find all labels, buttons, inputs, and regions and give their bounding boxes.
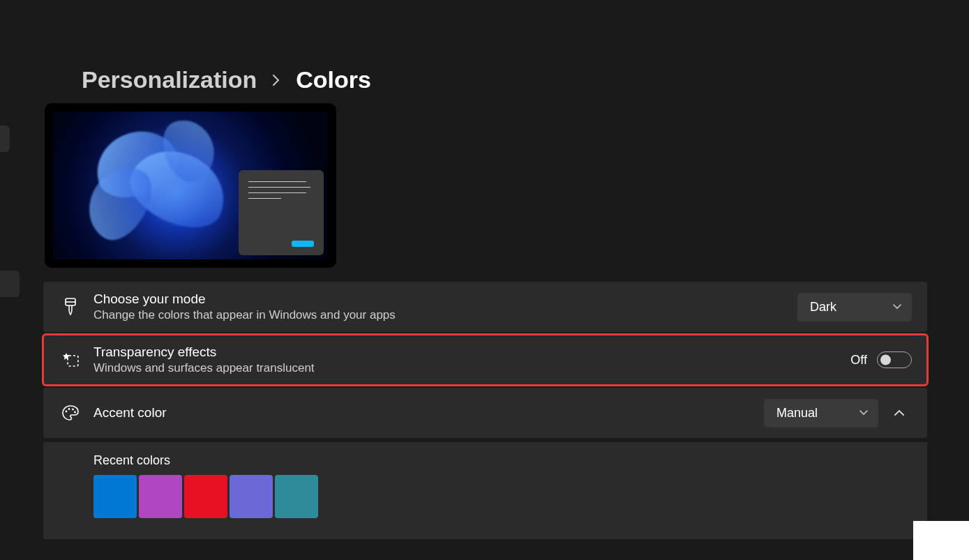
breadcrumb: Personalization Colors: [82, 66, 927, 93]
accent-select-value: Manual: [776, 406, 818, 421]
color-swatch[interactable]: [139, 475, 182, 518]
accent-select[interactable]: Manual: [764, 399, 878, 427]
transparency-desc: Windows and surfaces appear translucent: [93, 361, 850, 375]
brush-icon: [57, 298, 84, 316]
svg-point-2: [66, 411, 68, 413]
choose-mode-desc: Change the colors that appear in Windows…: [93, 308, 797, 322]
transparency-title: Transparency effects: [93, 345, 850, 360]
accent-preview-pill: [292, 241, 314, 247]
window-preview: [239, 170, 324, 255]
mode-select[interactable]: Dark: [797, 293, 912, 321]
corner-overlay: [913, 521, 969, 560]
accent-title: Accent color: [93, 405, 764, 421]
chevron-down-icon: [859, 409, 869, 416]
breadcrumb-current: Colors: [296, 66, 371, 93]
accent-color-row: Accent color Manual: [43, 388, 927, 438]
accent-collapse-button[interactable]: [887, 400, 912, 425]
palette-icon: [57, 404, 84, 421]
transparency-row: Transparency effects Windows and surface…: [43, 335, 927, 385]
color-swatch[interactable]: [184, 475, 227, 518]
mode-select-value: Dark: [810, 300, 836, 315]
svg-point-4: [72, 409, 74, 411]
sidebar-stub-2: [0, 271, 20, 297]
theme-preview: [45, 103, 336, 268]
choose-mode-row: Choose your mode Change the colors that …: [43, 282, 927, 332]
sidebar-stub: [0, 126, 10, 152]
svg-point-5: [74, 411, 76, 414]
color-swatch[interactable]: [230, 475, 273, 518]
choose-mode-title: Choose your mode: [93, 292, 797, 307]
transparency-icon: [57, 351, 84, 368]
recent-colors-panel: Recent colors: [43, 442, 927, 539]
recent-colors-title: Recent colors: [93, 453, 912, 468]
color-swatch[interactable]: [275, 475, 318, 518]
recent-colors-swatches: [93, 475, 912, 518]
color-swatch[interactable]: [93, 475, 137, 518]
transparency-toggle[interactable]: [877, 351, 912, 368]
chevron-down-icon: [892, 303, 902, 310]
breadcrumb-parent[interactable]: Personalization: [82, 66, 257, 93]
chevron-right-icon: [272, 74, 280, 86]
svg-point-3: [68, 408, 70, 410]
transparency-toggle-label: Off: [850, 353, 867, 368]
svg-rect-1: [68, 356, 78, 366]
